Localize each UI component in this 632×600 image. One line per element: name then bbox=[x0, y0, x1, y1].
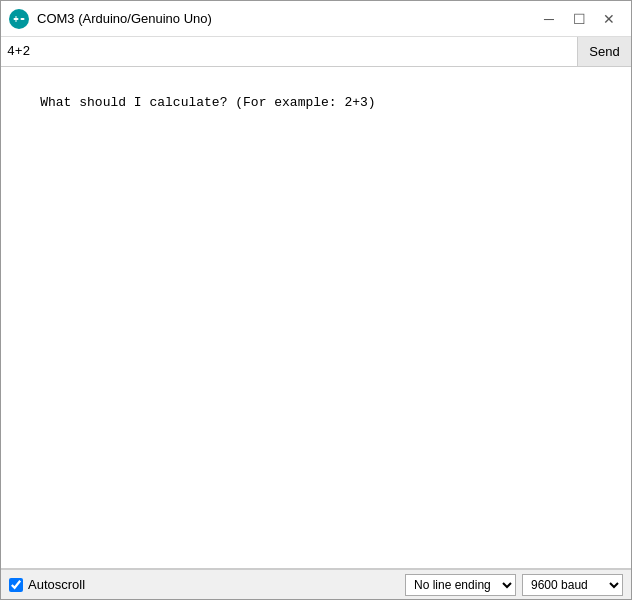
serial-output: What should I calculate? (For example: 2… bbox=[1, 67, 631, 569]
maximize-button[interactable]: ☐ bbox=[565, 8, 593, 30]
status-bar-right: No line ending Newline Carriage return B… bbox=[405, 574, 623, 596]
status-bar: Autoscroll No line ending Newline Carria… bbox=[1, 569, 631, 599]
serial-input[interactable] bbox=[1, 37, 577, 66]
line-ending-select[interactable]: No line ending Newline Carriage return B… bbox=[405, 574, 516, 596]
close-button[interactable]: ✕ bbox=[595, 8, 623, 30]
send-button[interactable]: Send bbox=[577, 37, 631, 66]
arduino-logo bbox=[9, 9, 29, 29]
svg-point-0 bbox=[9, 9, 29, 29]
output-text: What should I calculate? (For example: 2… bbox=[40, 95, 375, 110]
baud-rate-select[interactable]: 300 baud 1200 baud 2400 baud 4800 baud 9… bbox=[522, 574, 623, 596]
title-bar: COM3 (Arduino/Genuino Uno) ─ ☐ ✕ bbox=[1, 1, 631, 37]
svg-rect-2 bbox=[16, 16, 17, 22]
main-window: COM3 (Arduino/Genuino Uno) ─ ☐ ✕ Send Wh… bbox=[0, 0, 632, 600]
input-row: Send bbox=[1, 37, 631, 67]
window-controls: ─ ☐ ✕ bbox=[535, 8, 623, 30]
minimize-button[interactable]: ─ bbox=[535, 8, 563, 30]
autoscroll-checkbox[interactable] bbox=[9, 578, 23, 592]
window-title: COM3 (Arduino/Genuino Uno) bbox=[37, 11, 535, 26]
svg-rect-3 bbox=[21, 18, 25, 20]
autoscroll-area: Autoscroll bbox=[9, 577, 405, 592]
autoscroll-label[interactable]: Autoscroll bbox=[28, 577, 85, 592]
